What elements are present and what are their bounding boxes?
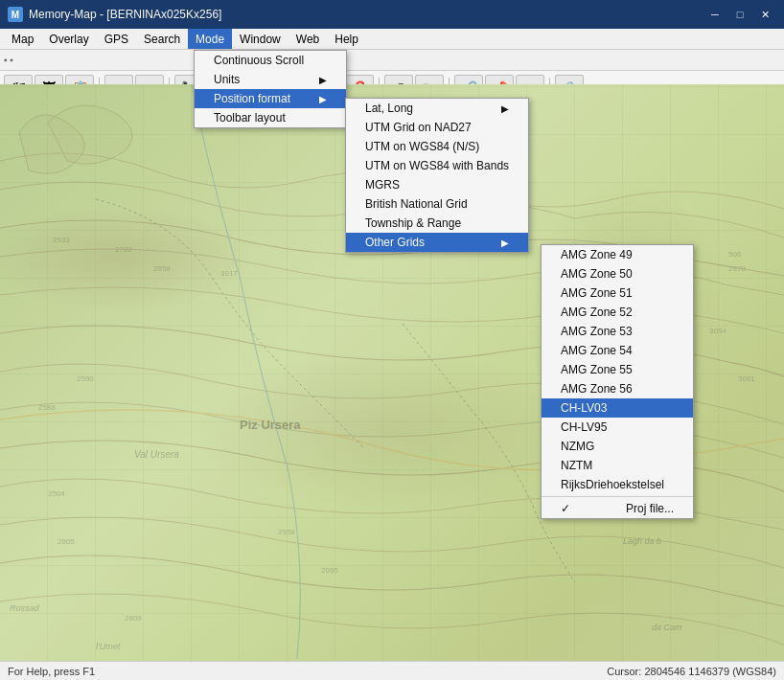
menu-gps[interactable]: GPS	[97, 29, 136, 49]
amg49-label: AMG Zone 49	[561, 248, 633, 261]
menu-item-utm-wgs84-bands[interactable]: UTM on WGS84 with Bands	[346, 156, 528, 175]
position-format-label: Position format	[214, 92, 290, 105]
menubar: Map Overlay GPS Search Mode Window Web H…	[0, 29, 784, 50]
menu-item-rijksdriehoekstelsel[interactable]: RijksDriehoekstelsel	[542, 475, 693, 494]
utm-wgs84-ns-label: UTM on WGS84 (N/S)	[365, 140, 479, 153]
rijksdriehoekstelsel-label: RijksDriehoekstelsel	[561, 478, 664, 491]
menu-item-amg52[interactable]: AMG Zone 52	[542, 303, 693, 322]
app-icon: M	[8, 7, 23, 22]
svg-text:3054: 3054	[709, 327, 726, 335]
menu-web[interactable]: Web	[288, 29, 327, 49]
amg56-label: AMG Zone 56	[561, 382, 633, 396]
amg55-label: AMG Zone 55	[561, 363, 633, 376]
svg-text:Piz Ursera: Piz Ursera	[240, 418, 301, 432]
menu-item-amg53[interactable]: AMG Zone 53	[542, 322, 693, 341]
other-grids-separator	[542, 496, 693, 497]
svg-text:2958: 2958	[278, 528, 295, 536]
menu-item-amg55[interactable]: AMG Zone 55	[542, 360, 693, 379]
mgrs-label: MGRS	[365, 178, 400, 192]
other-grids-label: Other Grids	[365, 236, 425, 249]
titlebar: M Memory-Map - [BERNINAx025Kx256] ─ □ ✕	[0, 0, 784, 29]
svg-text:2809: 2809	[125, 614, 142, 623]
menu-map[interactable]: Map	[4, 29, 41, 49]
menu-item-amg51[interactable]: AMG Zone 51	[542, 283, 693, 303]
menu-item-amg56[interactable]: AMG Zone 56	[542, 379, 693, 398]
amg53-label: AMG Zone 53	[561, 325, 633, 338]
svg-text:Lagh da b: Lagh da b	[623, 536, 661, 546]
svg-text:Val Ursera: Val Ursera	[134, 449, 179, 460]
svg-text:2504: 2504	[48, 489, 65, 498]
toolbar-layout-label: Toolbar layout	[214, 111, 286, 125]
svg-text:3017: 3017	[220, 269, 238, 278]
utm-wgs84-bands-label: UTM on WGS84 with Bands	[365, 159, 509, 172]
secondary-bar-label: ▪ ▪	[4, 55, 13, 65]
status-cursor: Cursor: 2804546 1146379 (WGS84)	[607, 666, 776, 677]
menu-item-other-grids[interactable]: Other Grids ▶	[346, 233, 528, 252]
menu-item-utm-nad27[interactable]: UTM Grid on NAD27	[346, 118, 528, 137]
status-help: For Help, press F1	[8, 666, 95, 677]
utm-nad27-label: UTM Grid on NAD27	[365, 121, 472, 134]
menu-item-lat-long[interactable]: Lat, Long ▶	[346, 99, 528, 118]
menu-window[interactable]: Window	[232, 29, 288, 49]
menu-item-amg54[interactable]: AMG Zone 54	[542, 341, 693, 360]
menu-mode[interactable]: Mode	[188, 29, 232, 49]
svg-text:2533: 2533	[53, 236, 70, 244]
menu-item-amg49[interactable]: AMG Zone 49	[542, 245, 693, 264]
nztm-label: NZTM	[561, 459, 592, 472]
other-grids-menu: AMG Zone 49 AMG Zone 50 AMG Zone 51 AMG …	[541, 244, 694, 519]
units-label: Units	[214, 73, 240, 86]
menu-item-mgrs[interactable]: MGRS	[346, 175, 528, 194]
svg-text:2970: 2970	[728, 264, 746, 273]
minimize-button[interactable]: ─	[703, 5, 726, 24]
menu-item-ch-lv03[interactable]: CH-LV03	[542, 398, 693, 418]
menu-item-position-format[interactable]: Position format ▶	[195, 89, 346, 108]
window-controls: ─ □ ✕	[703, 5, 776, 24]
maximize-button[interactable]: □	[728, 5, 751, 24]
amg54-label: AMG Zone 54	[561, 344, 633, 357]
lat-long-label: Lat, Long	[365, 102, 413, 115]
position-format-arrow: ▶	[319, 94, 327, 104]
menu-item-utm-wgs84-ns[interactable]: UTM on WGS84 (N/S)	[346, 137, 528, 156]
svg-text:2805: 2805	[58, 537, 75, 546]
british-national-grid-label: British National Grid	[365, 197, 468, 211]
menu-item-ch-lv95[interactable]: CH-LV95	[542, 418, 693, 437]
menu-help[interactable]: Help	[327, 29, 366, 49]
menu-item-units[interactable]: Units ▶	[195, 70, 346, 89]
menu-item-nzmg[interactable]: NZMG	[542, 437, 693, 456]
menu-item-british-national-grid[interactable]: British National Grid	[346, 194, 528, 214]
township-range-label: Township & Range	[365, 216, 461, 230]
proj-file-checkmark: ✓	[561, 502, 570, 515]
menu-item-township-range[interactable]: Township & Range	[346, 214, 528, 233]
ch-lv03-label: CH-LV03	[561, 401, 607, 415]
menu-item-continuous-scroll[interactable]: Continuous Scroll	[195, 51, 346, 70]
svg-text:3081: 3081	[738, 374, 755, 383]
lat-long-arrow: ▶	[501, 103, 509, 114]
menu-item-proj-file[interactable]: ✓ Proj file...	[542, 499, 693, 518]
svg-text:2722: 2722	[115, 245, 132, 254]
window-title: Memory-Map - [BERNINAx025Kx256]	[29, 8, 221, 21]
title-left: M Memory-Map - [BERNINAx025Kx256]	[8, 7, 221, 22]
nzmg-label: NZMG	[561, 440, 594, 453]
amg50-label: AMG Zone 50	[561, 267, 633, 281]
close-button[interactable]: ✕	[753, 5, 776, 24]
menu-overlay[interactable]: Overlay	[41, 29, 96, 49]
amg52-label: AMG Zone 52	[561, 306, 633, 319]
mode-menu: Continuous Scroll Units ▶ Position forma…	[194, 50, 347, 128]
svg-text:2590: 2590	[77, 374, 94, 383]
menu-search[interactable]: Search	[136, 29, 188, 49]
svg-text:da Cam: da Cam	[652, 623, 682, 632]
menu-item-toolbar-layout[interactable]: Toolbar layout	[195, 108, 346, 127]
amg51-label: AMG Zone 51	[561, 286, 633, 300]
units-arrow: ▶	[319, 75, 327, 85]
menu-item-nztm[interactable]: NZTM	[542, 456, 693, 475]
continuous-scroll-label: Continuous Scroll	[214, 54, 304, 67]
statusbar: For Help, press F1 Cursor: 2804546 11463…	[0, 661, 784, 680]
proj-file-label: Proj file...	[626, 502, 674, 515]
svg-text:506: 506	[728, 250, 742, 259]
position-format-menu: Lat, Long ▶ UTM Grid on NAD27 UTM on WGS…	[345, 98, 529, 253]
svg-text:2588: 2588	[38, 403, 56, 412]
menu-item-amg50[interactable]: AMG Zone 50	[542, 264, 693, 283]
svg-text:2958: 2958	[153, 264, 171, 273]
ch-lv95-label: CH-LV95	[561, 420, 607, 434]
secondary-bar: ▪ ▪	[0, 50, 784, 71]
